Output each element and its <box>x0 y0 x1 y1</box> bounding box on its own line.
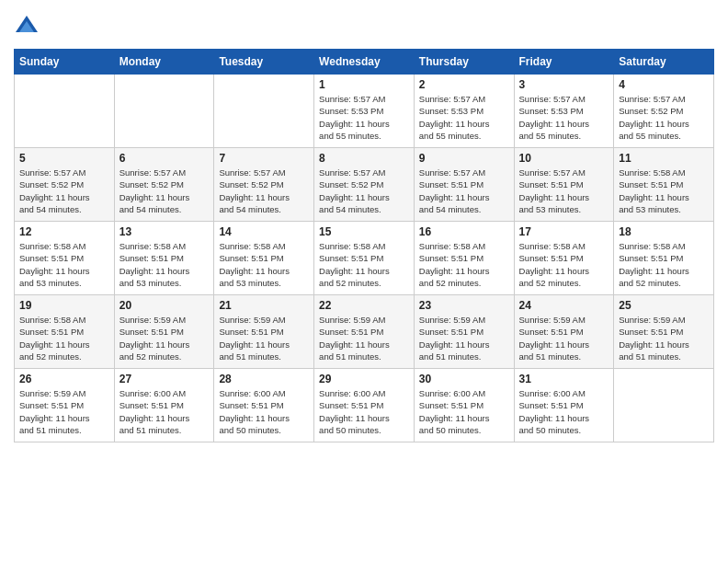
calendar-cell: 16Sunrise: 5:58 AM Sunset: 5:51 PM Dayli… <box>414 222 514 295</box>
calendar-table: SundayMondayTuesdayWednesdayThursdayFrid… <box>14 49 714 442</box>
day-info: Sunrise: 5:58 AM Sunset: 5:51 PM Dayligh… <box>619 240 709 289</box>
day-number: 27 <box>119 373 210 385</box>
day-info: Sunrise: 5:59 AM Sunset: 5:51 PM Dayligh… <box>219 314 309 362</box>
calendar-day-header: Wednesday <box>314 50 415 75</box>
day-number: 21 <box>219 299 309 312</box>
day-info: Sunrise: 5:57 AM Sunset: 5:53 PM Dayligh… <box>419 93 509 142</box>
day-number: 28 <box>219 373 309 385</box>
calendar-cell: 6Sunrise: 5:57 AM Sunset: 5:52 PM Daylig… <box>114 148 214 222</box>
day-info: Sunrise: 5:57 AM Sunset: 5:53 PM Dayligh… <box>319 93 409 142</box>
calendar-day-header: Monday <box>114 50 214 75</box>
calendar-cell: 23Sunrise: 5:59 AM Sunset: 5:51 PM Dayli… <box>414 295 514 369</box>
day-number: 29 <box>319 373 409 385</box>
day-number: 5 <box>19 152 109 165</box>
calendar-week-row: 1Sunrise: 5:57 AM Sunset: 5:53 PM Daylig… <box>15 75 714 148</box>
day-info: Sunrise: 5:59 AM Sunset: 5:51 PM Dayligh… <box>119 314 210 362</box>
day-info: Sunrise: 5:57 AM Sunset: 5:53 PM Dayligh… <box>519 93 609 142</box>
calendar-cell <box>114 75 214 148</box>
calendar-day-header: Friday <box>514 50 614 75</box>
day-info: Sunrise: 5:58 AM Sunset: 5:51 PM Dayligh… <box>419 240 509 289</box>
calendar-cell <box>15 75 115 148</box>
day-info: Sunrise: 5:57 AM Sunset: 5:52 PM Dayligh… <box>319 167 409 215</box>
calendar-week-row: 12Sunrise: 5:58 AM Sunset: 5:51 PM Dayli… <box>15 222 714 295</box>
day-info: Sunrise: 5:58 AM Sunset: 5:51 PM Dayligh… <box>19 314 109 362</box>
day-number: 1 <box>319 78 409 91</box>
calendar-cell: 24Sunrise: 5:59 AM Sunset: 5:51 PM Dayli… <box>514 295 614 369</box>
calendar-cell: 4Sunrise: 5:57 AM Sunset: 5:52 PM Daylig… <box>614 75 714 148</box>
calendar-cell: 27Sunrise: 6:00 AM Sunset: 5:51 PM Dayli… <box>114 369 214 442</box>
calendar-cell: 2Sunrise: 5:57 AM Sunset: 5:53 PM Daylig… <box>414 75 514 148</box>
day-number: 4 <box>619 78 709 91</box>
calendar-cell: 20Sunrise: 5:59 AM Sunset: 5:51 PM Dayli… <box>114 295 214 369</box>
day-info: Sunrise: 6:00 AM Sunset: 5:51 PM Dayligh… <box>519 387 609 436</box>
day-number: 10 <box>519 152 609 165</box>
calendar-cell: 3Sunrise: 5:57 AM Sunset: 5:53 PM Daylig… <box>514 75 614 148</box>
day-number: 8 <box>319 152 409 165</box>
calendar-cell: 12Sunrise: 5:58 AM Sunset: 5:51 PM Dayli… <box>15 222 115 295</box>
day-number: 19 <box>19 299 109 312</box>
calendar-cell <box>614 369 714 442</box>
calendar-cell: 13Sunrise: 5:58 AM Sunset: 5:51 PM Dayli… <box>114 222 214 295</box>
calendar-cell <box>214 75 314 148</box>
day-number: 16 <box>419 225 509 238</box>
day-number: 25 <box>619 299 709 312</box>
day-number: 24 <box>519 299 609 312</box>
day-info: Sunrise: 5:57 AM Sunset: 5:52 PM Dayligh… <box>19 167 109 215</box>
day-number: 2 <box>419 78 509 91</box>
day-info: Sunrise: 5:58 AM Sunset: 5:51 PM Dayligh… <box>519 240 609 289</box>
calendar-cell: 11Sunrise: 5:58 AM Sunset: 5:51 PM Dayli… <box>614 148 714 222</box>
calendar-cell: 17Sunrise: 5:58 AM Sunset: 5:51 PM Dayli… <box>514 222 614 295</box>
day-number: 20 <box>119 299 210 312</box>
day-number: 13 <box>119 225 210 238</box>
calendar-day-header: Thursday <box>414 50 514 75</box>
day-number: 11 <box>619 152 709 165</box>
day-number: 22 <box>319 299 409 312</box>
day-info: Sunrise: 5:57 AM Sunset: 5:52 PM Dayligh… <box>219 167 309 215</box>
calendar-cell: 29Sunrise: 6:00 AM Sunset: 5:51 PM Dayli… <box>314 369 415 442</box>
day-info: Sunrise: 5:57 AM Sunset: 5:51 PM Dayligh… <box>519 167 609 215</box>
day-info: Sunrise: 5:58 AM Sunset: 5:51 PM Dayligh… <box>119 240 210 289</box>
page-header <box>14 14 714 40</box>
day-info: Sunrise: 5:57 AM Sunset: 5:51 PM Dayligh… <box>419 167 509 215</box>
day-info: Sunrise: 5:58 AM Sunset: 5:51 PM Dayligh… <box>19 240 109 289</box>
day-number: 26 <box>19 373 109 385</box>
calendar-week-row: 26Sunrise: 5:59 AM Sunset: 5:51 PM Dayli… <box>15 369 714 442</box>
day-info: Sunrise: 5:59 AM Sunset: 5:51 PM Dayligh… <box>619 314 709 362</box>
logo-icon <box>14 14 40 40</box>
calendar-cell: 22Sunrise: 5:59 AM Sunset: 5:51 PM Dayli… <box>314 295 415 369</box>
day-info: Sunrise: 5:59 AM Sunset: 5:51 PM Dayligh… <box>419 314 509 362</box>
day-info: Sunrise: 5:59 AM Sunset: 5:51 PM Dayligh… <box>519 314 609 362</box>
day-number: 9 <box>419 152 509 165</box>
calendar-cell: 19Sunrise: 5:58 AM Sunset: 5:51 PM Dayli… <box>15 295 115 369</box>
day-info: Sunrise: 5:59 AM Sunset: 5:51 PM Dayligh… <box>19 387 109 436</box>
calendar-cell: 18Sunrise: 5:58 AM Sunset: 5:51 PM Dayli… <box>614 222 714 295</box>
day-number: 12 <box>19 225 109 238</box>
day-number: 18 <box>619 225 709 238</box>
day-info: Sunrise: 6:00 AM Sunset: 5:51 PM Dayligh… <box>219 387 309 436</box>
calendar-cell: 25Sunrise: 5:59 AM Sunset: 5:51 PM Dayli… <box>614 295 714 369</box>
day-number: 7 <box>219 152 309 165</box>
day-info: Sunrise: 5:58 AM Sunset: 5:51 PM Dayligh… <box>219 240 309 289</box>
calendar-day-header: Tuesday <box>214 50 314 75</box>
day-info: Sunrise: 5:57 AM Sunset: 5:52 PM Dayligh… <box>619 93 709 142</box>
calendar-cell: 5Sunrise: 5:57 AM Sunset: 5:52 PM Daylig… <box>15 148 115 222</box>
day-info: Sunrise: 6:00 AM Sunset: 5:51 PM Dayligh… <box>419 387 509 436</box>
day-number: 31 <box>519 373 609 385</box>
day-info: Sunrise: 6:00 AM Sunset: 5:51 PM Dayligh… <box>319 387 409 436</box>
calendar-cell: 30Sunrise: 6:00 AM Sunset: 5:51 PM Dayli… <box>414 369 514 442</box>
logo <box>14 14 43 40</box>
calendar-cell: 26Sunrise: 5:59 AM Sunset: 5:51 PM Dayli… <box>15 369 115 442</box>
calendar-cell: 28Sunrise: 6:00 AM Sunset: 5:51 PM Dayli… <box>214 369 314 442</box>
calendar-cell: 21Sunrise: 5:59 AM Sunset: 5:51 PM Dayli… <box>214 295 314 369</box>
day-info: Sunrise: 5:57 AM Sunset: 5:52 PM Dayligh… <box>119 167 210 215</box>
calendar-cell: 9Sunrise: 5:57 AM Sunset: 5:51 PM Daylig… <box>414 148 514 222</box>
calendar-cell: 14Sunrise: 5:58 AM Sunset: 5:51 PM Dayli… <box>214 222 314 295</box>
calendar-day-header: Saturday <box>614 50 714 75</box>
day-number: 15 <box>319 225 409 238</box>
calendar-cell: 7Sunrise: 5:57 AM Sunset: 5:52 PM Daylig… <box>214 148 314 222</box>
calendar-cell: 10Sunrise: 5:57 AM Sunset: 5:51 PM Dayli… <box>514 148 614 222</box>
calendar-day-header: Sunday <box>15 50 115 75</box>
calendar-cell: 8Sunrise: 5:57 AM Sunset: 5:52 PM Daylig… <box>314 148 415 222</box>
calendar-cell: 15Sunrise: 5:58 AM Sunset: 5:51 PM Dayli… <box>314 222 415 295</box>
day-info: Sunrise: 5:59 AM Sunset: 5:51 PM Dayligh… <box>319 314 409 362</box>
